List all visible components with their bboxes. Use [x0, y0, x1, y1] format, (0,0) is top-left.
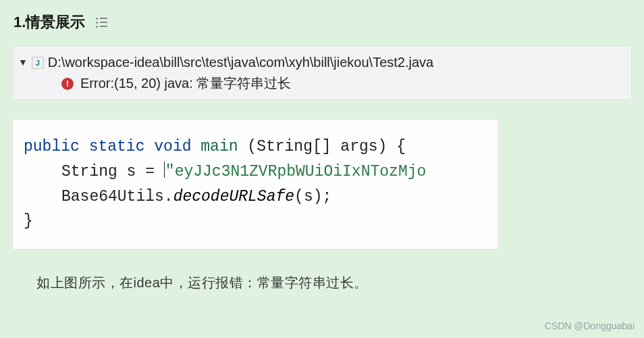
build-messages-panel: ▼ D:\workspace-idea\bill\src\test\java\c… — [12, 46, 632, 100]
heading-text: 1.情景展示 — [14, 12, 85, 32]
keyword-static: static — [89, 138, 145, 155]
error-row[interactable]: ! Error:(15, 20) java: 常量字符串过长 — [18, 74, 626, 93]
string-literal: "eyJJc3N1ZVRpbWUiOiIxNTozMjo — [165, 163, 426, 180]
keyword-void: void — [154, 138, 191, 155]
error-message: Error:(15, 20) java: 常量字符串过长 — [80, 74, 291, 93]
code-snippet: public static void main (String[] args) … — [12, 119, 498, 249]
method-call: decodeURLSafe — [173, 188, 294, 206]
string-decl: String s = — [61, 163, 164, 180]
class-ref: Base64Utils. — [61, 188, 173, 206]
section-heading: 1.情景展示 — [12, 12, 632, 32]
code-line-2: String s = "eyJJc3N1ZVRpbWUiOiIxNTozMjo — [24, 160, 487, 185]
java-file-icon — [32, 57, 44, 69]
code-line-1: public static void main (String[] args) … — [24, 135, 487, 160]
closing-brace: } — [24, 212, 33, 230]
watermark: CSDN @Dongguabai — [545, 320, 635, 331]
error-icon: ! — [61, 78, 74, 90]
function-main: main — [200, 138, 238, 155]
explanation-text: 如上图所示，在idea中，运行报错：常量字符串过长。 — [12, 274, 632, 292]
chevron-down-icon[interactable]: ▼ — [18, 57, 28, 67]
file-row[interactable]: ▼ D:\workspace-idea\bill\src\test\java\c… — [18, 55, 626, 70]
toc-icon[interactable] — [93, 18, 107, 28]
code-line-4: } — [24, 209, 487, 234]
file-path: D:\workspace-idea\bill\src\test\java\com… — [48, 55, 433, 70]
code-line-3: Base64Utils.decodeURLSafe(s); — [24, 185, 487, 210]
method-args: (s); — [294, 188, 331, 206]
text-cursor — [164, 162, 165, 178]
signature-params: (String[] args) { — [247, 138, 406, 155]
keyword-public: public — [24, 138, 80, 155]
